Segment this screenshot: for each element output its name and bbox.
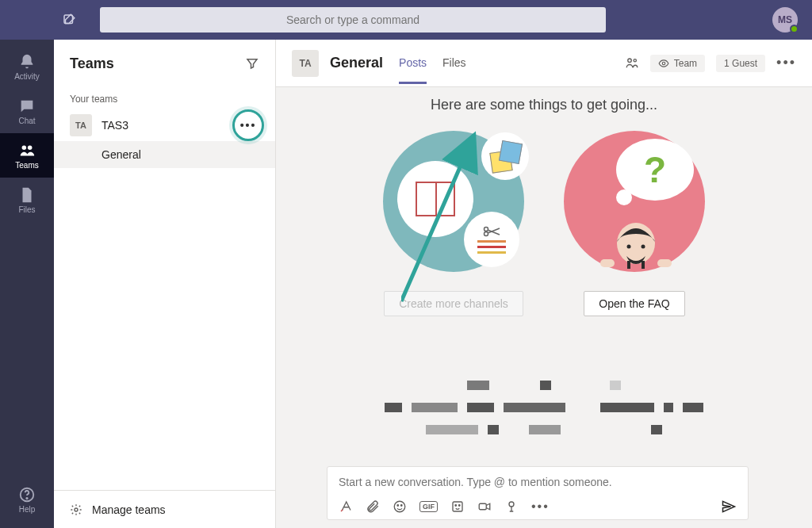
svg-point-10 [485, 231, 488, 235]
rail-label: Files [18, 205, 35, 214]
org-icon[interactable] [625, 56, 639, 71]
privacy-pill[interactable]: Team [650, 55, 705, 72]
channel-label: General [102, 148, 141, 161]
top-bar: MS [0, 0, 812, 40]
manage-teams-label: Manage teams [92, 503, 166, 516]
channel-tabs: Posts Files [399, 42, 466, 84]
svg-rect-16 [600, 259, 615, 267]
svg-point-15 [642, 245, 645, 249]
privacy-label: Team [674, 58, 697, 69]
bell-icon [18, 53, 36, 71]
teams-panel: Teams Your teams TA TAS3 ••• General Man… [54, 40, 276, 528]
rail-label: Activity [14, 72, 40, 81]
help-icon [18, 486, 36, 503]
svg-point-6 [627, 59, 631, 63]
compose-box: GIF ••• [327, 466, 749, 520]
question-mark-icon: ? [644, 148, 666, 191]
svg-point-22 [455, 505, 457, 507]
send-icon[interactable] [721, 499, 737, 515]
gif-icon[interactable]: GIF [419, 501, 438, 512]
svg-point-1 [22, 145, 26, 150]
sticker-icon[interactable] [450, 499, 465, 514]
meet-now-icon[interactable] [477, 499, 492, 514]
guest-label: 1 Guest [724, 58, 757, 69]
channel-more-icon[interactable]: ••• [776, 55, 796, 71]
create-channels-button[interactable]: Create more channels [384, 291, 523, 316]
channel-avatar: TA [292, 50, 319, 77]
channel-header: TA General Posts Files Team 1 Guest ••• [276, 40, 812, 87]
channels-illustration [383, 131, 524, 272]
tab-files[interactable]: Files [442, 42, 466, 84]
rail-label: Teams [15, 161, 38, 170]
rail-label: Help [19, 505, 36, 514]
team-avatar: TA [70, 114, 92, 136]
channel-title: General [330, 55, 383, 71]
svg-point-18 [394, 501, 405, 512]
svg-point-2 [28, 145, 32, 150]
tab-posts[interactable]: Posts [399, 42, 427, 84]
svg-point-5 [75, 508, 78, 511]
open-faq-button[interactable]: Open the FAQ [584, 291, 685, 316]
rail-chat[interactable]: Chat [0, 89, 54, 133]
presence-available-icon [790, 25, 799, 33]
get-started-heading: Here are some things to get going... [276, 97, 812, 113]
user-avatar[interactable]: MS [772, 7, 798, 33]
svg-point-14 [627, 245, 631, 249]
teams-icon [18, 142, 36, 159]
new-message-icon[interactable] [62, 13, 76, 27]
your-teams-label: Your teams [54, 87, 275, 109]
rail-files[interactable]: Files [0, 178, 54, 222]
rail-teams[interactable]: Teams [0, 133, 54, 178]
stream-icon[interactable] [504, 499, 519, 514]
compose-toolbar: GIF ••• [339, 499, 737, 515]
rail-help[interactable]: Help [0, 477, 54, 522]
posts-content: Here are some things to get going... Cre… [276, 87, 812, 528]
channel-general[interactable]: General [54, 141, 275, 168]
svg-rect-21 [453, 502, 462, 511]
svg-point-8 [662, 62, 665, 65]
manage-teams-button[interactable]: Manage teams [54, 490, 275, 528]
file-icon [18, 186, 36, 204]
team-row[interactable]: TA TAS3 ••• [54, 109, 275, 141]
faq-illustration: ? [564, 131, 705, 272]
svg-rect-24 [479, 503, 486, 510]
emoji-icon[interactable] [393, 499, 407, 514]
redacted-message [377, 381, 710, 434]
compose-more-icon[interactable]: ••• [531, 499, 550, 514]
main-area: TA General Posts Files Team 1 Guest ••• … [276, 40, 812, 528]
eye-icon [658, 58, 669, 69]
svg-rect-13 [642, 261, 645, 269]
team-name-label: TAS3 [102, 119, 128, 132]
search-input[interactable] [100, 7, 606, 33]
format-icon[interactable] [339, 499, 353, 514]
avatar-initials: MS [778, 14, 792, 25]
svg-point-25 [509, 502, 514, 507]
teams-panel-header: Teams [54, 40, 275, 87]
attach-icon[interactable] [366, 499, 380, 514]
rail-activity[interactable]: Activity [0, 44, 54, 89]
app-rail: Activity Chat Teams Files Help [0, 40, 54, 528]
svg-point-19 [397, 505, 399, 507]
svg-point-7 [634, 59, 636, 61]
svg-point-4 [26, 497, 27, 498]
faq-card: ? Open the FAQ [564, 131, 705, 316]
svg-rect-17 [657, 259, 672, 267]
svg-point-9 [485, 227, 488, 231]
svg-point-23 [459, 505, 461, 507]
person-icon [592, 212, 680, 275]
svg-rect-12 [627, 261, 630, 269]
teams-panel-title: Teams [70, 55, 114, 72]
chat-icon [18, 98, 36, 115]
gear-icon [70, 503, 82, 516]
filter-icon[interactable] [245, 56, 259, 71]
guest-pill[interactable]: 1 Guest [716, 55, 765, 72]
svg-point-20 [401, 505, 403, 507]
team-more-button[interactable]: ••• [232, 109, 264, 141]
compose-input[interactable] [339, 476, 737, 488]
create-channels-card: Create more channels [383, 131, 524, 316]
rail-label: Chat [18, 117, 35, 125]
